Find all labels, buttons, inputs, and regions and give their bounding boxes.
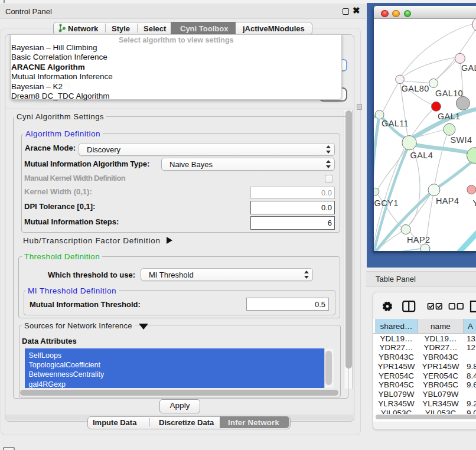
svg-text:SWI4: SWI4 <box>450 135 472 144</box>
svg-text:HAP4: HAP4 <box>436 196 459 206</box>
svg-text:GAL11: GAL11 <box>382 119 409 128</box>
svg-text:GCY1: GCY1 <box>374 198 399 207</box>
svg-text:YEL: YEL <box>472 198 476 207</box>
svg-text:GAL1: GAL1 <box>438 111 461 120</box>
svg-text:GAL4: GAL4 <box>410 151 433 160</box>
svg-text:GAL2: GAL2 <box>461 63 476 73</box>
svg-text:GAL10: GAL10 <box>435 89 463 98</box>
svg-text:HAP2: HAP2 <box>407 234 430 244</box>
svg-text:GAL80: GAL80 <box>402 84 429 93</box>
